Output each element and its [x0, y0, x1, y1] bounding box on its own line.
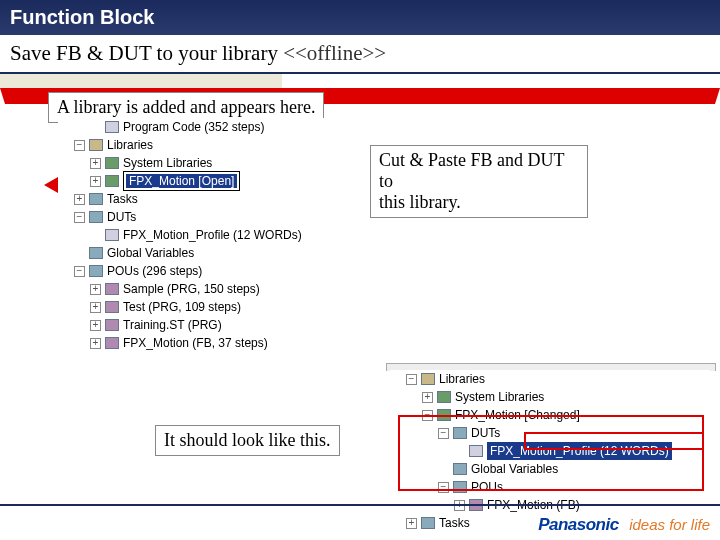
- book-icon: [105, 175, 119, 187]
- tree-row-p4[interactable]: +FPX_Motion (FB, 37 steps): [58, 334, 328, 352]
- red-arrow-left-icon: [44, 177, 58, 193]
- annotation-cutpaste: Cut & Paste FB and DUT to this library.: [370, 145, 588, 218]
- tree-label: DUTs: [107, 208, 136, 226]
- red-highlight-outer: [398, 415, 704, 491]
- book-icon: [105, 157, 119, 169]
- tree-label: Training.ST (PRG): [123, 316, 222, 334]
- tree-label: Libraries: [439, 370, 485, 388]
- tree-row-p1[interactable]: +Sample (PRG, 150 steps): [58, 280, 328, 298]
- collapse-icon[interactable]: −: [74, 212, 85, 223]
- expand-icon[interactable]: +: [90, 338, 101, 349]
- code-icon: [105, 121, 119, 133]
- tasks-icon: [89, 193, 103, 205]
- tasks-icon: [421, 517, 435, 529]
- tree-label-selected: FPX_Motion [Open]: [126, 174, 237, 188]
- subtitle: Save FB & DUT to your library <<offline>…: [0, 35, 720, 74]
- tree-label: System Libraries: [123, 154, 212, 172]
- red-highlight-inner: [524, 432, 704, 450]
- subtitle-main: Save FB & DUT to your library: [10, 41, 283, 65]
- tree-label: Sample (PRG, 150 steps): [123, 280, 260, 298]
- prg-icon: [105, 319, 119, 331]
- expand-icon[interactable]: +: [74, 194, 85, 205]
- struct-icon: [105, 229, 119, 241]
- tree-label: FPX_Motion (FB, 37 steps): [123, 334, 268, 352]
- annotation-result-text: It should look like this.: [164, 430, 331, 450]
- tree-row-syslib[interactable]: +System Libraries: [390, 388, 710, 406]
- globals-icon: [89, 247, 103, 259]
- title-bar: Function Block: [0, 0, 720, 35]
- tree-row-libraries[interactable]: −Libraries: [390, 370, 710, 388]
- collapse-icon[interactable]: −: [406, 374, 417, 385]
- annotation-cutpaste-l2: this library.: [379, 192, 579, 213]
- expand-icon[interactable]: +: [90, 320, 101, 331]
- tree1-clip-top: [0, 74, 282, 88]
- tree-row-globals[interactable]: Global Variables: [58, 244, 328, 262]
- annotation-result: It should look like this.: [155, 425, 340, 456]
- expand-icon[interactable]: +: [90, 176, 101, 187]
- expand-icon[interactable]: +: [90, 284, 101, 295]
- expand-icon[interactable]: +: [90, 158, 101, 169]
- expand-icon[interactable]: +: [406, 518, 417, 529]
- annotation-added-text: A library is added and appears here.: [57, 97, 315, 117]
- collapse-icon[interactable]: −: [74, 266, 85, 277]
- tree-row-syslib[interactable]: +System Libraries: [58, 154, 328, 172]
- tree-label: Test (PRG, 109 steps): [123, 298, 241, 316]
- fb-icon: [105, 337, 119, 349]
- tree-label: System Libraries: [455, 388, 544, 406]
- tree-label: Libraries: [107, 136, 153, 154]
- tree-row-libraries[interactable]: −Libraries: [58, 136, 328, 154]
- tree-row-dut1[interactable]: FPX_Motion_Profile (12 WORDs): [58, 226, 328, 244]
- libraries-icon: [421, 373, 435, 385]
- tree-row-p3[interactable]: +Training.ST (PRG): [58, 316, 328, 334]
- footer-separator: [0, 504, 720, 506]
- tree-row-progcode[interactable]: Program Code (352 steps): [58, 118, 328, 136]
- tree-label: Tasks: [439, 514, 470, 532]
- tree-before: Program Code (352 steps) −Libraries +Sys…: [58, 118, 328, 352]
- tree-label: Global Variables: [107, 244, 194, 262]
- tree-row-fpxopen[interactable]: +FPX_Motion [Open]: [58, 172, 328, 190]
- dut-icon: [89, 211, 103, 223]
- tree-label: Program Code (352 steps): [123, 118, 264, 136]
- logo-tagline: ideas for life: [629, 516, 710, 533]
- book-icon: [437, 391, 451, 403]
- tree-label: Tasks: [107, 190, 138, 208]
- collapse-icon[interactable]: −: [74, 140, 85, 151]
- prg-icon: [105, 283, 119, 295]
- prg-icon: [105, 301, 119, 313]
- subtitle-mode: <<offline>>: [283, 41, 386, 65]
- expand-icon[interactable]: +: [422, 392, 433, 403]
- tree-row-tasks[interactable]: +Tasks: [58, 190, 328, 208]
- tree-row-duts[interactable]: −DUTs: [58, 208, 328, 226]
- tree-row-p2[interactable]: +Test (PRG, 109 steps): [58, 298, 328, 316]
- annotation-cutpaste-l1: Cut & Paste FB and DUT to: [379, 150, 579, 192]
- tree-row-pous[interactable]: −POUs (296 steps): [58, 262, 328, 280]
- libraries-icon: [89, 139, 103, 151]
- tree-label: FPX_Motion_Profile (12 WORDs): [123, 226, 302, 244]
- expand-icon[interactable]: +: [90, 302, 101, 313]
- tree-label: POUs (296 steps): [107, 262, 202, 280]
- pou-icon: [89, 265, 103, 277]
- logo-brand: Panasonic: [538, 515, 619, 534]
- title-text: Function Block: [10, 6, 154, 28]
- logo: Panasonic ideas for life: [538, 515, 710, 535]
